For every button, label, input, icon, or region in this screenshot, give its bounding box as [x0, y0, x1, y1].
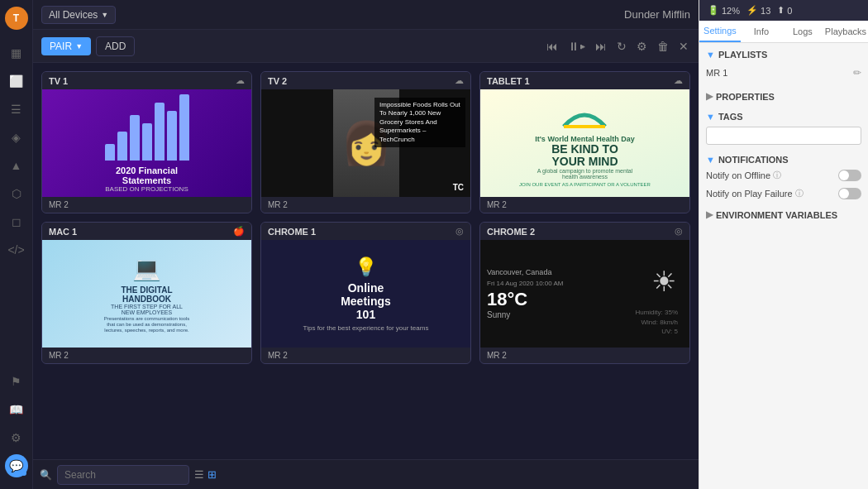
cloud-icon-tablet1: ☁: [674, 75, 683, 86]
tv1-content-sub: BASED ON PROJECTIONS: [105, 185, 189, 193]
device-card-tablet1[interactable]: TABLET 1 ☁ It's World Mental Health Day …: [479, 71, 690, 213]
env-vars-section: ▶ ENVIRONMENT VARIABLES: [706, 209, 861, 220]
tablet1-big-text: BE KIND TOYOUR MIND: [519, 143, 651, 169]
sidebar-icon-flag[interactable]: ⚑: [5, 370, 28, 393]
device-card-header-tv2: TV 2 ☁: [261, 72, 470, 89]
right-panel-body: ▼ PLAYLISTS MR 1 ✏ ▶ PROPERTIES ▼ TAGS: [699, 43, 868, 489]
device-footer-tv2: MR 2: [261, 197, 470, 213]
search-input[interactable]: [57, 465, 189, 485]
device-title-tv2: TV 2: [268, 76, 287, 86]
notifications-header[interactable]: ▼ NOTIFICATIONS: [706, 155, 861, 165]
device-grid-area: TV 1 ☁: [33, 63, 699, 459]
device-footer-mac1: MR 2: [42, 348, 251, 363]
trash-button[interactable]: 🗑: [656, 38, 670, 55]
arch-svg: [560, 99, 609, 128]
notify-play-failure-info[interactable]: ⓘ: [795, 188, 804, 199]
tags-header[interactable]: ▼ TAGS: [706, 112, 861, 122]
skip-forward-button[interactable]: ⏭: [594, 38, 608, 55]
playlist-item-mr1: MR 1 ✏: [706, 65, 861, 81]
avatar[interactable]: T: [5, 7, 28, 30]
properties-header[interactable]: ▶ PROPERTIES: [706, 91, 861, 102]
device-thumb-chrome2: Vancouver, Canada Fri 14 Aug 2020 10:00 …: [480, 240, 689, 348]
sidebar-icon-widget[interactable]: ⬡: [5, 182, 28, 205]
device-card-header-mac1: MAC 1 🍎: [42, 223, 251, 240]
refresh-button[interactable]: ↻: [615, 38, 628, 55]
mac1-sub: THE FIRST STEP FOR ALLNEW EMPLOYEESPrese…: [104, 304, 189, 333]
right-panel-tabs: Settings Info Logs Playbacks: [699, 21, 868, 43]
notify-offline-info[interactable]: ⓘ: [773, 170, 781, 181]
tab-playbacks[interactable]: Playbacks: [823, 21, 868, 42]
sidebar-icon-alert[interactable]: ▲: [5, 154, 28, 177]
chrome1-title: OnlineMeetings101: [341, 281, 391, 321]
right-panel-header: 🔋 12% ⚡ 13 ⬆ 0: [699, 0, 868, 21]
chrome2-cond: Sunny: [487, 310, 527, 319]
notify-play-failure-label: Notify on Play Failure ⓘ: [706, 188, 804, 199]
bar5: [155, 103, 165, 161]
sidebar: T ▦ ⬜ ☰ ◈ ▲ ⬡ ◻ </> ⚑ 📖 ⚙ 💬: [0, 0, 33, 489]
sidebar-icon-display[interactable]: ⬜: [5, 70, 28, 93]
sidebar-icon-chat[interactable]: 💬: [5, 454, 28, 477]
device-card-header-chrome2: CHROME 2 ◎: [480, 223, 689, 240]
playlists-header[interactable]: ▼ PLAYLISTS: [706, 50, 861, 60]
pair-button[interactable]: PAIR ▼: [41, 37, 91, 55]
pause-play-button[interactable]: ⏸▶: [566, 38, 587, 55]
settings-gear-button[interactable]: ⚙: [635, 38, 649, 55]
sidebar-icon-nav[interactable]: ◈: [5, 126, 28, 149]
env-vars-header[interactable]: ▶ ENVIRONMENT VARIABLES: [706, 209, 861, 220]
device-card-header-chrome1: CHROME 1 ◎: [261, 223, 470, 240]
notifications-section: ▼ NOTIFICATIONS Notify on Offline ⓘ Noti…: [706, 155, 861, 199]
device-card-chrome1[interactable]: CHROME 1 ◎ 💡 OnlineMeetings101 Tips for …: [260, 222, 471, 364]
device-card-tv2[interactable]: TV 2 ☁ 👩 Impossible Foods Rolls Out To N…: [260, 71, 471, 213]
sidebar-icon-grid[interactable]: ▦: [5, 41, 28, 65]
add-label: ADD: [105, 41, 126, 52]
toolbar-icons: ⏮ ⏸▶ ⏭ ↻ ⚙ 🗑 ✕: [545, 38, 690, 55]
device-card-tv1[interactable]: TV 1 ☁: [41, 71, 252, 213]
grid-view-button[interactable]: ⊞: [207, 468, 217, 481]
search-bar: 🔍 ☰ ⊞: [33, 459, 699, 489]
add-button[interactable]: ADD: [96, 36, 135, 56]
bar7: [179, 94, 189, 161]
device-thumb-mac1: 💻 THE DIGITALHANDBOOK THE FIRST STEP FOR…: [42, 240, 251, 348]
delete-button[interactable]: ✕: [677, 38, 690, 55]
notify-offline-toggle[interactable]: [838, 170, 861, 181]
device-thumb-tv2: 👩 Impossible Foods Rolls Out To Nearly 1…: [261, 89, 470, 197]
sidebar-icon-code[interactable]: </>: [5, 238, 28, 261]
tablet1-sub: A global campaign to promote mentalhealt…: [519, 168, 651, 180]
playlist-name: MR 1: [706, 68, 727, 78]
chrome-icon-chrome2: ◎: [675, 226, 683, 237]
main-area: All Devices ▼ Dunder Mifflin PAIR ▼ ADD …: [33, 0, 699, 489]
tab-info[interactable]: Info: [741, 21, 782, 42]
device-card-mac1[interactable]: MAC 1 🍎 💻 THE DIGITALHANDBOOK THE FIRST …: [41, 222, 252, 364]
sidebar-icon-list[interactable]: ☰: [5, 98, 28, 121]
apple-icon-mac1: 🍎: [233, 226, 245, 237]
tab-settings[interactable]: Settings: [699, 21, 741, 42]
skip-back-button[interactable]: ⏮: [545, 38, 560, 55]
device-selector[interactable]: All Devices ▼: [41, 6, 116, 24]
edit-icon[interactable]: ✏: [853, 67, 861, 79]
sidebar-icon-box[interactable]: ◻: [5, 210, 28, 233]
cloud-icon-tv2: ☁: [455, 75, 464, 86]
tags-input[interactable]: [706, 127, 861, 145]
update-count: 0: [787, 6, 792, 16]
device-footer-chrome2: MR 2: [480, 348, 689, 363]
sidebar-icon-book[interactable]: 📖: [5, 398, 28, 421]
device-footer-tv1: MR 2: [42, 197, 251, 213]
chrome2-temp: 18°C: [487, 289, 527, 310]
tab-logs[interactable]: Logs: [782, 21, 823, 42]
right-panel: 🔋 12% ⚡ 13 ⬆ 0 Settings Info Logs Playba…: [699, 0, 868, 489]
device-card-header-tablet1: TABLET 1 ☁: [480, 72, 689, 89]
bar6: [167, 111, 177, 161]
sun-icon: ☀: [651, 265, 676, 298]
device-thumb-chrome1: 💡 OnlineMeetings101 Tips for the best ex…: [261, 240, 470, 348]
sidebar-icon-settings[interactable]: ⚙: [5, 426, 28, 449]
properties-label: PROPERTIES: [716, 92, 775, 102]
laptop-icon: 💻: [104, 255, 189, 282]
expand-arrow-properties: ▶: [706, 91, 713, 102]
env-vars-label: ENVIRONMENT VARIABLES: [716, 210, 837, 220]
device-card-chrome2[interactable]: CHROME 2 ◎ Vancouver, Canada Fri 14 Aug …: [479, 222, 690, 364]
playlists-section: ▼ PLAYLISTS MR 1 ✏: [706, 50, 861, 81]
list-view-button[interactable]: ☰: [194, 468, 204, 481]
tv2-logo: TC: [453, 183, 464, 192]
notify-play-failure-toggle[interactable]: [838, 188, 861, 199]
charging-count: 13: [761, 6, 770, 16]
